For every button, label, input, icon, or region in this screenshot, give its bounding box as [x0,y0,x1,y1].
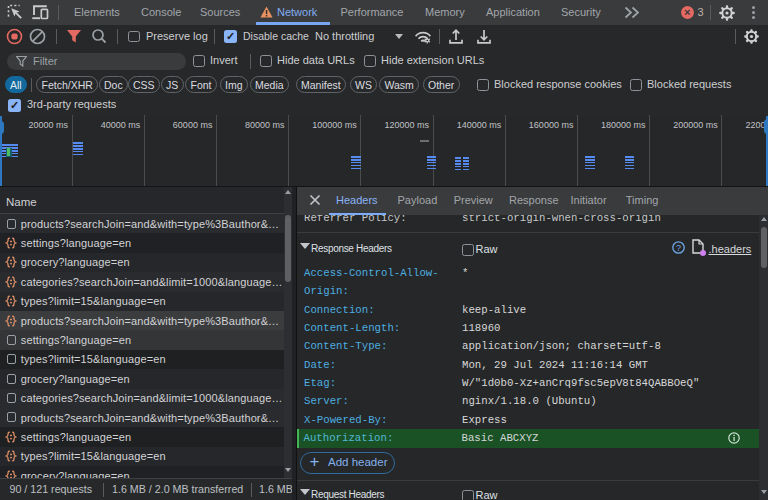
svg-text:?: ? [676,243,681,253]
